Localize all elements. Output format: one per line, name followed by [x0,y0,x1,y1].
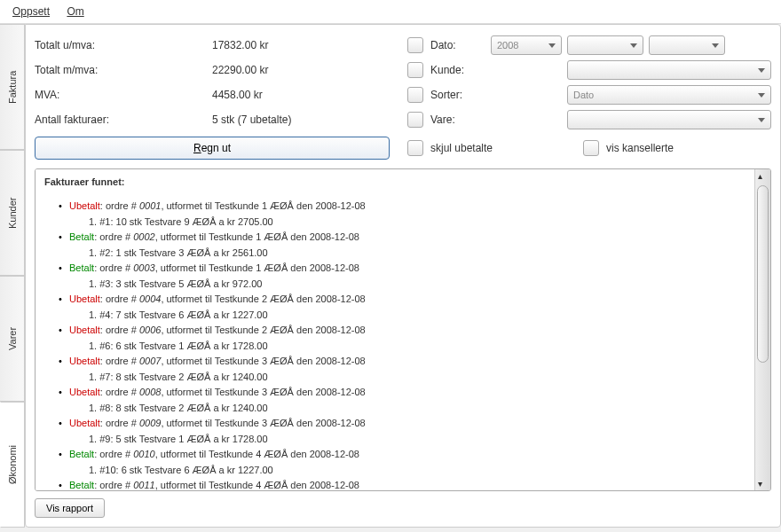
order-number: 0011 [133,480,154,490]
status-label: Betalt [69,262,94,273]
invoice-entry: Ubetalt: ordre # 0006, utformet til Test… [69,323,746,338]
entry-text: , utformet til Testkunde 1 ÆØÅ den 2008-… [155,262,359,273]
label-total-uten: Totalt u/mva: [35,39,212,51]
order-number: 0004 [139,293,161,304]
dato-to-select[interactable] [649,35,725,55]
vare-select[interactable] [567,110,771,129]
status-label: Betalt [69,480,94,490]
menu-om[interactable]: Om [67,5,83,18]
status-label: Ubetalt [69,387,100,397]
vare-label: Vare: [430,113,491,126]
label-total-med: Totalt m/mva: [35,64,212,76]
invoice-line: 1. #9: 5 stk Testvare 1 ÆØÅ a kr 1728.00 [89,432,746,447]
dato-checkbox[interactable] [407,37,423,53]
label-mva: MVA: [35,89,212,101]
sorter-select[interactable]: Dato [567,85,771,105]
status-label: Ubetalt [69,418,100,428]
order-number: 0010 [133,449,154,459]
invoice-list: Fakturaer funnet: Ubetalt: ordre # 0001,… [36,169,754,490]
menubar: Oppsett Om [0,0,781,24]
invoice-line: 1. #7: 8 stk Testvare 2 ÆØÅ a kr 1240.00 [89,370,746,385]
vertical-tabs: Faktura Kunder Varer Økonomi [0,24,25,528]
status-label: Ubetalt [69,200,100,211]
order-number: 0007 [139,356,161,366]
order-number: 0006 [139,325,161,335]
panel-okonomi: Totalt u/mva:17832.00 kr Totalt m/mva:22… [25,24,781,528]
skjul-ubetalte-checkbox[interactable] [407,140,423,156]
invoice-entry: Ubetalt: ordre # 0008, utformet til Test… [69,385,746,400]
entry-text: , utformet til Testkunde 1 ÆØÅ den 2008-… [155,231,359,242]
scrollbar[interactable]: ▴ ▾ [754,169,770,490]
tab-faktura[interactable]: Faktura [0,24,25,150]
invoice-line: 1. #2: 1 stk Testvare 3 ÆØÅ a kr 2561.00 [89,246,746,261]
value-antall: 5 stk (7 ubetalte) [212,113,390,126]
invoice-line: 1. #8: 8 stk Testvare 2 ÆØÅ a kr 1240.00 [89,401,746,416]
order-number: 0003 [133,262,154,273]
invoice-entry: Ubetalt: ordre # 0009, utformet til Test… [69,416,746,431]
regn-ut-button[interactable]: Regn ut [35,137,390,160]
dato-label: Dato: [430,39,491,51]
invoice-line: 1. #1: 10 stk Testvare 9 ÆØÅ a kr 2705.0… [89,215,746,230]
status-label: Betalt [69,449,94,459]
vis-kansellerte-label: vis kansellerte [606,142,674,154]
entry-text: , utformet til Testkunde 3 ÆØÅ den 2008-… [161,387,365,397]
sorter-checkbox[interactable] [407,87,423,103]
invoice-entry: Betalt: ordre # 0010, utformet til Testk… [69,447,746,462]
order-number: 0001 [139,200,161,211]
invoice-entry: Betalt: ordre # 0002, utformet til Testk… [69,230,746,245]
invoice-entry: Betalt: ordre # 0003, utformet til Testk… [69,261,746,276]
invoice-entry: Ubetalt: ordre # 0001, utformet til Test… [69,199,746,214]
list-heading: Fakturaer funnet: [44,175,746,190]
entry-text: , utformet til Testkunde 2 ÆØÅ den 2008-… [161,325,365,335]
status-label: Ubetalt [69,293,100,304]
value-total-med: 22290.00 kr [212,64,390,76]
year-spinner[interactable]: 2008 [491,35,562,55]
vis-rapport-button[interactable]: Vis rapport [35,498,105,518]
value-mva: 4458.00 kr [212,89,390,101]
invoice-entry: Betalt: ordre # 0011, utformet til Testk… [69,478,746,491]
vare-checkbox[interactable] [407,112,423,128]
entry-text: , utformet til Testkunde 2 ÆØÅ den 2008-… [161,293,365,304]
entry-text: , utformet til Testkunde 4 ÆØÅ den 2008-… [155,449,359,459]
status-label: Ubetalt [69,325,100,335]
skjul-ubetalte-label: skjul ubetalte [430,142,564,154]
order-number: 0009 [139,418,161,428]
kunde-label: Kunde: [430,64,491,76]
order-number: 0008 [139,387,161,397]
tab-varer[interactable]: Varer [0,276,25,402]
sorter-label: Sorter: [430,89,491,101]
invoice-line: 1. #4: 7 stk Testvare 6 ÆØÅ a kr 1227.00 [89,308,746,323]
scroll-up-icon[interactable]: ▴ [758,171,762,181]
invoice-line: 1. #3: 3 stk Testvare 5 ÆØÅ a kr 972.00 [89,277,746,292]
label-antall: Antall fakturaer: [35,113,212,126]
status-label: Ubetalt [69,356,100,366]
scroll-thumb[interactable] [757,185,769,363]
order-number: 0002 [133,231,154,242]
invoice-line: 1. #6: 6 stk Testvare 1 ÆØÅ a kr 1728.00 [89,339,746,354]
entry-text: , utformet til Testkunde 1 ÆØÅ den 2008-… [161,200,365,211]
tab-kunder[interactable]: Kunder [0,150,25,276]
vis-kansellerte-checkbox[interactable] [583,140,599,156]
invoice-line: 1. #10: 6 stk Testvare 6 ÆØÅ a kr 1227.0… [89,463,746,478]
tab-okonomi[interactable]: Økonomi [0,402,25,528]
menu-oppsett[interactable]: Oppsett [12,5,50,18]
invoice-entry: Ubetalt: ordre # 0004, utformet til Test… [69,292,746,307]
dato-from-select[interactable] [567,35,643,55]
invoice-entry: Ubetalt: ordre # 0007, utformet til Test… [69,354,746,369]
scroll-down-icon[interactable]: ▾ [758,479,762,489]
entry-text: , utformet til Testkunde 4 ÆØÅ den 2008-… [155,480,359,490]
value-total-uten: 17832.00 kr [212,39,390,51]
entry-text: , utformet til Testkunde 3 ÆØÅ den 2008-… [161,418,365,428]
kunde-select[interactable] [567,60,771,80]
kunde-checkbox[interactable] [407,62,423,78]
entry-text: , utformet til Testkunde 3 ÆØÅ den 2008-… [161,356,365,366]
status-label: Betalt [69,231,94,242]
